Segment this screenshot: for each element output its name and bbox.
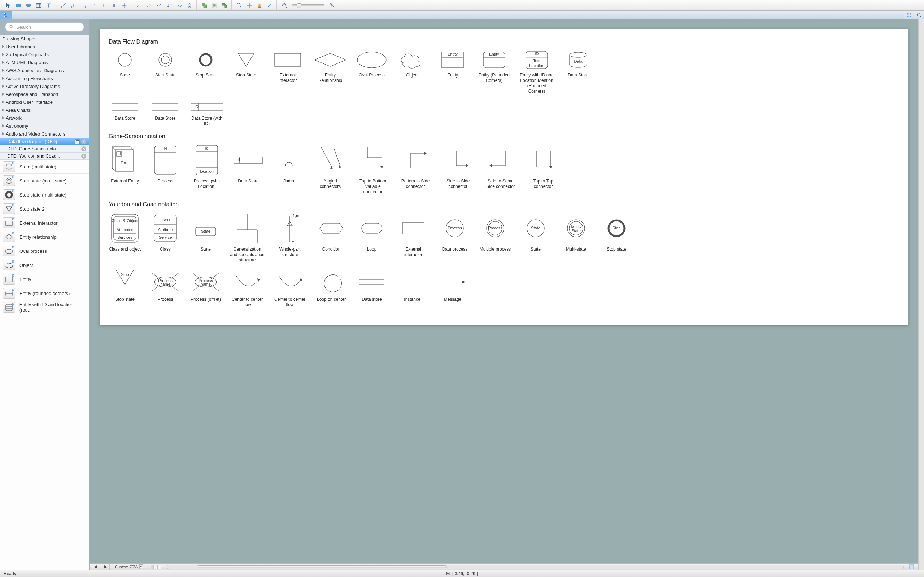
shape-list-item[interactable]: Entity (rounded corners) [0,286,89,300]
grid-view-toggle[interactable] [904,11,914,19]
library-row[interactable]: Aerospace and Transport [0,90,89,98]
search-toggle[interactable] [914,11,924,19]
free-tool[interactable] [185,2,194,10]
shape-cell[interactable]: Condition [315,212,347,263]
scroll-left-button[interactable]: ◀ [92,564,99,570]
pointer-tool[interactable] [3,2,13,10]
shape-list-item[interactable]: Object [0,258,89,272]
close-icon[interactable]: ✕ [81,154,86,159]
stencil-tab[interactable]: DFD, Gane-Sarson nota...✕ [0,145,89,153]
shape-list-item[interactable]: Stop state 2 [0,202,89,216]
save-icon[interactable] [75,139,80,144]
shape-cell[interactable]: idProcess [149,144,181,195]
scroll-right-button[interactable]: ▶ [102,564,110,570]
shape-cell[interactable]: IDTextLocationEntity with ID and Locatio… [519,49,554,94]
shape-cell[interactable]: Start State [149,49,181,94]
zoom-in-button[interactable] [327,2,337,10]
close-icon[interactable]: ✕ [81,139,86,144]
shape-cell[interactable]: idTextExternal Entity [109,144,141,195]
bezier-tool[interactable] [165,2,174,10]
shape-cell[interactable]: Generalization and specialization struct… [230,212,265,263]
connector-1[interactable] [59,2,68,10]
arc-tool[interactable] [144,2,154,10]
shape-cell[interactable]: Oval Process [355,49,388,94]
library-row[interactable]: Accounting Flowcharts [0,74,89,82]
shape-list-item[interactable]: External interactor [0,216,89,230]
shape-cell[interactable]: Side to Same Side connector [483,144,518,195]
shape-cell[interactable]: Bottom to Side connector [398,144,433,195]
shape-cell[interactable]: Jump [273,144,305,195]
shape-cell[interactable]: Data Store [149,101,181,127]
shape-cell[interactable]: DataData Store [562,49,594,94]
library-row[interactable]: Android User Interface [0,98,89,106]
library-row[interactable]: Area Charts [0,106,89,114]
page-corner-icon[interactable] [907,564,916,570]
shape-cell[interactable]: External Interactor [270,49,305,94]
library-row[interactable]: Active Directory Diagrams [0,82,89,90]
connector-5[interactable] [99,2,109,10]
stencil-tab[interactable]: DFD, Yourdon and Coad...✕ [0,153,89,160]
group-tool-b[interactable] [210,2,219,10]
close-icon[interactable]: ✕ [81,147,86,152]
shape-list-item[interactable]: Entity with ID and location (rou... [0,300,89,314]
connector-2[interactable] [69,2,78,10]
shape-list-item[interactable]: Stop state (multi state) [0,188,89,202]
shape-cell[interactable]: Data Store [109,101,141,127]
pan-tool[interactable] [245,2,254,10]
stamp-tool[interactable] [255,2,264,10]
shape-cell[interactable]: idData Store [232,144,265,195]
zoom-readout[interactable]: Custom 76% ▴▾ [113,564,145,570]
ellipse-tool[interactable] [24,2,33,10]
shape-cell[interactable]: 1,m1Whole-part structure [273,212,307,263]
zoom-slider[interactable] [292,4,325,6]
shape-cell[interactable]: Entity Relationship [313,49,347,94]
library-row[interactable]: User Libraries [0,43,89,50]
library-row[interactable]: Artwork [0,114,89,122]
shape-cell[interactable]: Angled connectors [313,144,347,195]
shape-cell[interactable]: StopStop state [600,212,633,263]
shape-cell[interactable]: Loop on center [315,269,347,308]
shape-cell[interactable]: StateState [189,212,222,263]
shape-list-item[interactable]: Start state (multi state) [0,174,89,188]
shape-cell[interactable]: StopStop state [109,269,141,308]
shape-cell[interactable]: ProcessData process [439,212,471,263]
shape-list-item[interactable]: State (multi state) [0,160,89,174]
shape-cell[interactable]: Loop [355,212,388,263]
library-row[interactable]: AWS Architecture Diagrams [0,66,89,74]
shape-list-item[interactable]: Entity relationship [0,230,89,244]
text-tool[interactable] [44,2,53,10]
shape-cell[interactable]: ClassAttributeServiceClass [149,212,181,263]
polyline-tool[interactable] [155,2,164,10]
connector-7[interactable] [120,2,129,10]
shape-cell[interactable]: ProcessnameProcess (offset) [189,269,222,308]
library-row[interactable]: 25 Typical Orgcharts [0,50,89,58]
zoom-stepper[interactable]: ▴▾ [139,564,143,569]
shape-cell[interactable]: idlocationProcess (with Location) [189,144,224,195]
shape-cell[interactable]: Instance [396,269,428,308]
eyedropper-tool[interactable] [265,2,274,10]
shape-cell[interactable]: Top to Bottom Variable connector [355,144,390,195]
shape-cell[interactable]: EntityEntity (Rounded Corners) [477,49,512,94]
shape-cell[interactable]: Center to center flow [273,269,307,308]
shape-cell[interactable]: Multi-StateMulti-state [560,212,592,263]
shape-cell[interactable]: Class-&-ObjectAttributesServicesClass an… [109,212,141,263]
library-row[interactable]: Astronomy [0,122,89,130]
shape-cell[interactable]: IDData Store (with ID) [189,101,224,127]
spline-tool[interactable] [175,2,184,10]
shape-cell[interactable]: Message [436,269,469,308]
shape-cell[interactable]: Data store [355,269,388,308]
shape-cell[interactable]: ProcessnameProcess [149,269,181,308]
search-input[interactable]: Search [5,23,84,32]
connector-4[interactable] [89,2,99,10]
shape-cell[interactable]: StateState [519,212,552,263]
tree-toggle[interactable] [0,11,12,19]
zoom-tool[interactable] [234,2,244,10]
library-row[interactable]: ATM UML Diagrams [0,58,89,66]
shape-list-item[interactable]: Entity [0,272,89,286]
shape-cell[interactable]: State [109,49,141,94]
group-tool-a[interactable] [200,2,209,10]
group-tool-c[interactable] [220,2,229,10]
table-tool[interactable] [34,2,43,10]
connector-6[interactable] [109,2,119,10]
vertical-scrollbar[interactable] [918,19,924,570]
